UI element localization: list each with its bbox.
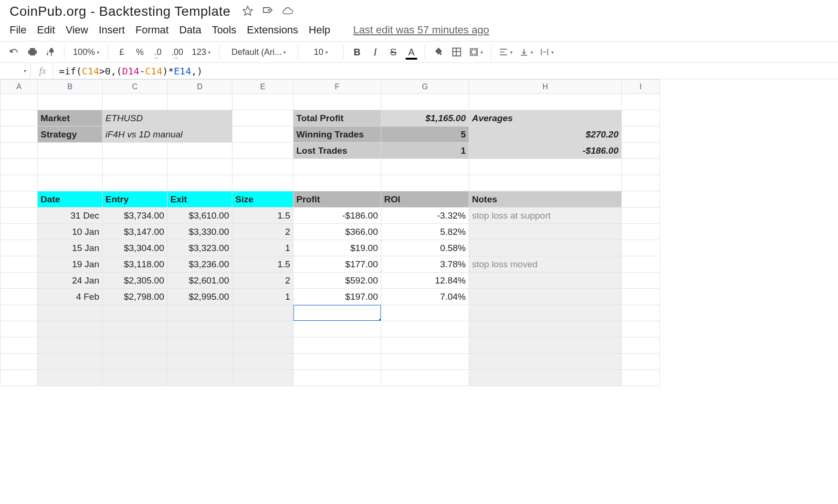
trade-date[interactable]: 4 Feb bbox=[38, 289, 103, 305]
header-profit[interactable]: Profit bbox=[293, 191, 381, 208]
menu-file[interactable]: File bbox=[10, 24, 26, 36]
col-header-b[interactable]: B bbox=[38, 80, 103, 94]
market-label[interactable]: Market bbox=[38, 110, 103, 126]
text-wrap-icon[interactable] bbox=[538, 44, 555, 60]
header-roi[interactable]: ROI bbox=[381, 191, 469, 208]
market-value[interactable]: ETHUSD bbox=[103, 110, 232, 126]
zoom-selector[interactable]: 100% bbox=[70, 44, 102, 60]
trade-roi[interactable]: 3.78% bbox=[381, 256, 469, 273]
trade-entry[interactable]: $2,305.00 bbox=[103, 273, 168, 289]
font-selector[interactable]: Default (Ari... bbox=[225, 44, 292, 60]
header-size[interactable]: Size bbox=[232, 191, 293, 208]
fill-color-icon[interactable] bbox=[431, 44, 446, 60]
trade-size[interactable]: 2 bbox=[232, 273, 293, 289]
strategy-label[interactable]: Strategy bbox=[38, 126, 103, 143]
trade-notes[interactable] bbox=[469, 289, 622, 305]
lost-avg[interactable]: -$186.00 bbox=[469, 143, 622, 159]
more-formats-button[interactable]: 123 bbox=[189, 44, 213, 60]
header-exit[interactable]: Exit bbox=[168, 191, 232, 208]
move-icon[interactable] bbox=[262, 5, 273, 18]
strikethrough-button[interactable]: S bbox=[386, 44, 401, 60]
col-header-g[interactable]: G bbox=[381, 80, 469, 94]
lost-label[interactable]: Lost Trades bbox=[293, 143, 381, 159]
menu-data[interactable]: Data bbox=[179, 24, 201, 36]
trade-profit[interactable]: $366.00 bbox=[293, 224, 381, 240]
trade-entry[interactable]: $3,118.00 bbox=[103, 256, 168, 273]
winning-value[interactable]: 5 bbox=[381, 126, 469, 143]
col-header-d[interactable]: D bbox=[168, 80, 232, 94]
lost-value[interactable]: 1 bbox=[381, 143, 469, 159]
trade-exit[interactable]: $2,995.00 bbox=[168, 289, 232, 305]
averages-label[interactable]: Averages bbox=[469, 110, 622, 126]
trade-size[interactable]: 1 bbox=[232, 240, 293, 256]
trade-entry[interactable]: $3,734.00 bbox=[103, 208, 168, 224]
trade-size[interactable]: 1.5 bbox=[232, 256, 293, 273]
increase-decimal-button[interactable]: .00→ bbox=[168, 44, 186, 60]
menu-view[interactable]: View bbox=[65, 24, 88, 36]
trade-notes[interactable] bbox=[469, 224, 622, 240]
formula-input[interactable]: =if(C14>0,(D14-C14)*E14,) bbox=[53, 63, 838, 79]
last-edit[interactable]: Last edit was 57 minutes ago bbox=[353, 24, 489, 36]
trade-notes[interactable] bbox=[469, 240, 622, 256]
trade-entry[interactable]: $3,304.00 bbox=[103, 240, 168, 256]
trade-date[interactable]: 10 Jan bbox=[38, 224, 103, 240]
menu-help[interactable]: Help bbox=[309, 24, 330, 36]
menu-tools[interactable]: Tools bbox=[212, 24, 236, 36]
col-header-i[interactable]: I bbox=[622, 80, 660, 94]
trade-roi[interactable]: 12.84% bbox=[381, 273, 469, 289]
col-header-h[interactable]: H bbox=[469, 80, 622, 94]
decrease-decimal-button[interactable]: .0← bbox=[150, 44, 166, 60]
trade-profit[interactable]: $592.00 bbox=[293, 273, 381, 289]
bold-button[interactable]: B bbox=[349, 44, 365, 60]
trade-date[interactable]: 24 Jan bbox=[38, 273, 103, 289]
italic-button[interactable]: I bbox=[367, 44, 383, 60]
trade-exit[interactable]: $3,610.00 bbox=[168, 208, 232, 224]
trade-roi[interactable]: 5.82% bbox=[381, 224, 469, 240]
col-header-e[interactable]: E bbox=[232, 80, 293, 94]
header-entry[interactable]: Entry bbox=[103, 191, 168, 208]
name-box[interactable] bbox=[0, 63, 31, 79]
trade-roi[interactable]: 7.04% bbox=[381, 289, 469, 305]
text-color-button[interactable]: A bbox=[404, 44, 419, 60]
trade-profit[interactable]: $177.00 bbox=[293, 256, 381, 273]
trade-entry[interactable]: $3,147.00 bbox=[103, 224, 168, 240]
trade-profit[interactable]: $19.00 bbox=[293, 240, 381, 256]
spreadsheet-grid[interactable]: A B C D E F G H I Market ETHUSD Total Pr… bbox=[0, 79, 838, 386]
merge-cells-icon[interactable] bbox=[467, 44, 485, 60]
trade-size[interactable]: 2 bbox=[232, 224, 293, 240]
header-notes[interactable]: Notes bbox=[469, 191, 622, 208]
horizontal-align-icon[interactable] bbox=[497, 44, 514, 60]
undo-icon[interactable] bbox=[7, 44, 22, 60]
menu-insert[interactable]: Insert bbox=[99, 24, 125, 36]
winning-avg[interactable]: $270.20 bbox=[469, 126, 622, 143]
total-profit-label[interactable]: Total Profit bbox=[293, 110, 381, 126]
col-header-f[interactable]: F bbox=[293, 80, 381, 94]
trade-notes[interactable]: stop loss at support bbox=[469, 208, 622, 224]
winning-label[interactable]: Winning Trades bbox=[293, 126, 381, 143]
trade-exit[interactable]: $2,601.00 bbox=[168, 273, 232, 289]
trade-exit[interactable]: $3,330.00 bbox=[168, 224, 232, 240]
trade-notes[interactable] bbox=[469, 273, 622, 289]
star-icon[interactable] bbox=[242, 5, 253, 18]
trade-profit[interactable]: -$186.00 bbox=[293, 208, 381, 224]
trade-date[interactable]: 15 Jan bbox=[38, 240, 103, 256]
menu-format[interactable]: Format bbox=[136, 24, 169, 36]
trade-size[interactable]: 1.5 bbox=[232, 208, 293, 224]
menu-edit[interactable]: Edit bbox=[37, 24, 55, 36]
col-header-a[interactable]: A bbox=[0, 80, 38, 94]
trade-entry[interactable]: $2,798.00 bbox=[103, 289, 168, 305]
vertical-align-icon[interactable] bbox=[517, 44, 535, 60]
trade-exit[interactable]: $3,323.00 bbox=[168, 240, 232, 256]
currency-format-button[interactable]: £ bbox=[114, 44, 129, 60]
print-icon[interactable] bbox=[25, 44, 40, 60]
font-size-selector[interactable]: 10 bbox=[304, 44, 337, 60]
trade-notes[interactable]: stop loss moved bbox=[469, 256, 622, 273]
trade-profit[interactable]: $197.00 bbox=[293, 289, 381, 305]
trade-size[interactable]: 1 bbox=[232, 289, 293, 305]
cloud-icon[interactable] bbox=[282, 5, 293, 18]
selected-cell[interactable] bbox=[293, 305, 381, 321]
trade-roi[interactable]: -3.32% bbox=[381, 208, 469, 224]
borders-icon[interactable] bbox=[449, 44, 464, 60]
total-profit-value[interactable]: $1,165.00 bbox=[381, 110, 469, 126]
percent-format-button[interactable]: % bbox=[132, 44, 147, 60]
